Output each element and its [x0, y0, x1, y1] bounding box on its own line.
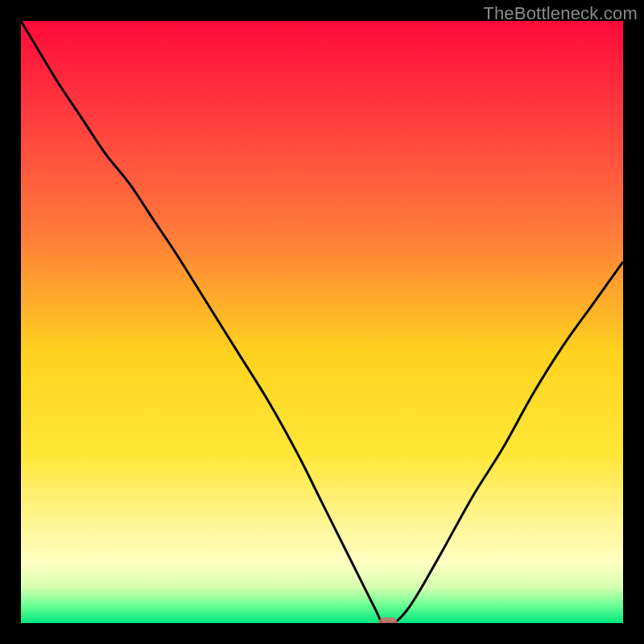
plot-area — [21, 21, 623, 623]
chart-stage: TheBottleneck.com — [0, 0, 644, 644]
optimal-marker — [378, 617, 398, 623]
bottleneck-curve — [21, 21, 623, 623]
watermark-text: TheBottleneck.com — [483, 3, 638, 24]
curve-layer — [21, 21, 623, 623]
